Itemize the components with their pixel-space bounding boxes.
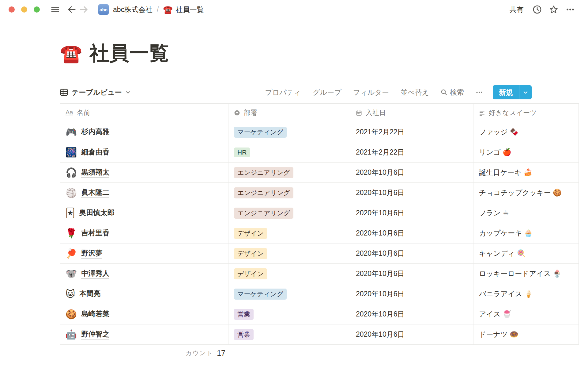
- breadcrumb-workspace[interactable]: abc株式会社: [113, 5, 153, 14]
- sort-button[interactable]: 並べ替え: [397, 86, 433, 99]
- join-date-cell[interactable]: 2020年10月6日: [350, 264, 473, 284]
- join-date-cell[interactable]: 2020年10月6日: [350, 324, 473, 344]
- name-cell[interactable]: 🎆細倉由香: [60, 142, 228, 162]
- department-tag[interactable]: マーケティング: [234, 127, 287, 138]
- join-date-cell[interactable]: 2020年10月6日: [350, 203, 473, 223]
- column-header-department[interactable]: 部署: [228, 104, 350, 122]
- name-cell[interactable]: 🐱本間亮: [60, 284, 228, 304]
- department-tag[interactable]: エンジニアリング: [234, 187, 293, 198]
- sweet-cell[interactable]: ファッジ 🍫: [473, 122, 579, 142]
- department-cell[interactable]: 営業: [228, 304, 350, 324]
- breadcrumb-page[interactable]: 社員一覧: [176, 5, 204, 14]
- department-cell[interactable]: デザイン: [228, 223, 350, 243]
- new-button-dropdown[interactable]: [519, 85, 532, 99]
- department-cell[interactable]: デザイン: [228, 264, 350, 284]
- table-view-tab[interactable]: テーブルビュー: [60, 88, 130, 97]
- page-title-text[interactable]: 社員一覧: [89, 40, 169, 67]
- forward-icon[interactable]: [78, 3, 90, 16]
- sweet-cell[interactable]: キャンディ 🍭: [473, 243, 579, 263]
- department-tag[interactable]: エンジニアリング: [234, 208, 293, 219]
- department-tag[interactable]: エンジニアリング: [234, 167, 293, 178]
- name-cell[interactable]: 🌹吉村里香: [60, 223, 228, 243]
- department-cell[interactable]: 営業: [228, 324, 350, 344]
- share-button[interactable]: 共有: [507, 4, 527, 16]
- join-date-cell[interactable]: 2020年10月6日: [350, 304, 473, 324]
- sweet-cell[interactable]: チョコチップクッキー 🍪: [473, 183, 579, 203]
- name-cell[interactable]: 🃏奥田慎太郎: [60, 203, 228, 223]
- column-header-join-date[interactable]: 入社日: [350, 104, 473, 122]
- more-options-icon[interactable]: [564, 3, 576, 16]
- workspace-icon[interactable]: abc: [98, 4, 109, 15]
- department-tag[interactable]: デザイン: [234, 228, 267, 239]
- department-cell[interactable]: マーケティング: [228, 284, 350, 304]
- department-cell[interactable]: エンジニアリング: [228, 203, 350, 223]
- name-cell[interactable]: 🎮杉内高雅: [60, 122, 228, 142]
- join-date-cell[interactable]: 2021年2月22日: [350, 122, 473, 142]
- department-cell[interactable]: HR: [228, 142, 350, 162]
- join-date-cell[interactable]: 2020年10月6日: [350, 243, 473, 263]
- department-cell[interactable]: マーケティング: [228, 122, 350, 142]
- department-tag[interactable]: 営業: [234, 329, 254, 340]
- department-tag[interactable]: デザイン: [234, 248, 267, 259]
- employee-page-link[interactable]: 眞木隆二: [81, 188, 109, 198]
- name-cell[interactable]: 🤖野仲智之: [60, 324, 228, 344]
- department-tag[interactable]: マーケティング: [234, 289, 287, 300]
- minimize-window-button[interactable]: [21, 6, 27, 13]
- updates-clock-icon[interactable]: [531, 3, 543, 16]
- group-button[interactable]: グループ: [309, 86, 345, 99]
- row-avatar-emoji: 🐨: [66, 268, 77, 279]
- filter-button[interactable]: フィルター: [349, 86, 393, 99]
- employee-page-link[interactable]: 野仲智之: [81, 329, 109, 339]
- name-cell[interactable]: 🐨中澤秀人: [60, 264, 228, 284]
- sweet-cell[interactable]: フラン ☕: [473, 203, 579, 223]
- join-date-cell[interactable]: 2020年10月6日: [350, 163, 473, 182]
- zoom-window-button[interactable]: [34, 6, 40, 13]
- name-cell[interactable]: 🎧黒須翔太: [60, 163, 228, 182]
- department-tag[interactable]: HR: [234, 148, 250, 157]
- close-window-button[interactable]: [9, 6, 15, 13]
- department-tag[interactable]: 営業: [234, 309, 254, 320]
- sweet-cell[interactable]: バニラアイス 🍦: [473, 284, 579, 304]
- employee-page-link[interactable]: 奥田慎太郎: [79, 208, 115, 218]
- sweet-cell[interactable]: 誕生日ケーキ 🍰: [473, 163, 579, 182]
- department-cell[interactable]: デザイン: [228, 243, 350, 263]
- back-icon[interactable]: [66, 3, 78, 16]
- join-date-cell[interactable]: 2020年10月6日: [350, 223, 473, 243]
- search-icon: [441, 89, 447, 96]
- table-count-footer[interactable]: カウント 17: [60, 345, 228, 361]
- properties-button[interactable]: プロパティ: [261, 86, 305, 99]
- employee-page-link[interactable]: 本間亮: [79, 289, 100, 299]
- sweet-value: キャンディ 🍭: [479, 249, 526, 258]
- join-date-cell[interactable]: 2021年2月22日: [350, 142, 473, 162]
- employee-page-link[interactable]: 杉内高雅: [81, 127, 109, 137]
- search-button[interactable]: 検索: [437, 86, 468, 99]
- column-header-name[interactable]: Aa 名前: [60, 104, 228, 122]
- sweet-cell[interactable]: ドーナツ 🍩: [473, 324, 579, 344]
- sweet-cell[interactable]: リンゴ 🍎: [473, 142, 579, 162]
- view-more-icon[interactable]: [472, 87, 487, 98]
- new-record-button[interactable]: 新規: [493, 85, 532, 99]
- join-date-cell[interactable]: 2020年10月6日: [350, 183, 473, 203]
- name-cell[interactable]: 🏐眞木隆二: [60, 183, 228, 203]
- column-header-favorite-sweet[interactable]: 好きなスイーツ: [473, 104, 579, 122]
- sidebar-menu-icon[interactable]: [49, 3, 61, 16]
- employee-page-link[interactable]: 黒須翔太: [81, 167, 109, 178]
- department-cell[interactable]: エンジニアリング: [228, 183, 350, 203]
- employee-page-link[interactable]: 吉村里香: [81, 228, 109, 238]
- name-cell[interactable]: 🏓野沢夢: [60, 243, 228, 263]
- sweet-value: ファッジ 🍫: [479, 127, 518, 137]
- employee-page-link[interactable]: 細倉由香: [81, 147, 109, 157]
- employee-page-link[interactable]: 野沢夢: [81, 248, 102, 259]
- employee-page-link[interactable]: 島崎若菜: [81, 309, 109, 319]
- employee-page-link[interactable]: 中澤秀人: [81, 269, 109, 279]
- department-tag[interactable]: デザイン: [234, 268, 267, 279]
- favorite-star-icon[interactable]: [548, 3, 560, 16]
- sweet-cell[interactable]: ロッキーロードアイス 🍨: [473, 264, 579, 284]
- sweet-cell[interactable]: アイス 🍧: [473, 304, 579, 324]
- page-title-emoji[interactable]: ☎️: [60, 43, 82, 64]
- view-toolbar: テーブルビュー プロパティ グループ フィルター 並べ替え 検索 新規: [60, 84, 579, 100]
- sweet-cell[interactable]: カップケーキ 🧁: [473, 223, 579, 243]
- name-cell[interactable]: 🍪島崎若菜: [60, 304, 228, 324]
- join-date-cell[interactable]: 2020年10月6日: [350, 284, 473, 304]
- department-cell[interactable]: エンジニアリング: [228, 163, 350, 182]
